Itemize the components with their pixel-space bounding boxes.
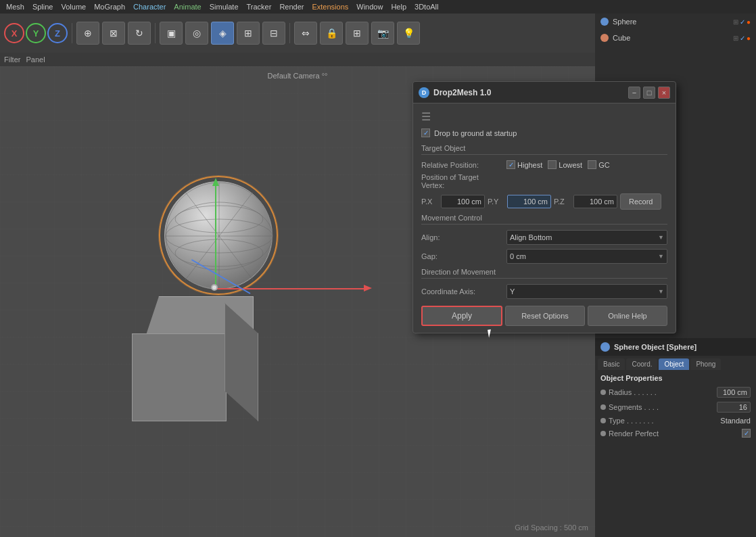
coord-axis-dropdown[interactable]: Y ▼ [506,284,667,299]
obj-mode-btn[interactable]: ▣ [160,22,183,45]
tab-basic[interactable]: Basic [598,358,625,370]
camera-btn[interactable]: 📷 [371,22,394,45]
dialog-title: Drop2Mesh 1.0 [433,88,625,97]
props-tabs: Basic Coord. Object Phong [595,356,756,370]
menu-window[interactable]: Window [353,3,386,11]
menu-3dtoall[interactable]: 3DtoAll [411,3,442,11]
px-input[interactable] [441,195,485,208]
grid-spacing-label: Grid Spacing : 500 cm [515,523,588,532]
menu-character[interactable]: Character [130,3,169,11]
axis-y-btn[interactable]: Y [26,23,46,43]
reset-button[interactable]: Reset Options [505,306,585,326]
move-tool-btn[interactable]: ⊕ [76,22,99,45]
props-obj-dot [600,342,610,352]
panel-label[interactable]: Panel [26,55,45,64]
align-dropdown[interactable]: Align Bottom ▼ [506,230,667,245]
menu-render[interactable]: Render [276,3,307,11]
sphere-icons: ⊞ ✓ ● [733,18,751,26]
cube-icons: ⊞ ✓ ● [733,34,751,42]
menu-spline[interactable]: Spline [29,3,57,11]
align-label: Align: [421,233,502,241]
axis-z-btn[interactable]: Z [47,23,68,43]
tab-coord[interactable]: Coord. [626,358,657,370]
segments-dot [600,404,606,410]
mesh-mode-btn[interactable]: ⊟ [262,22,285,45]
poly-mode-btn[interactable]: ◈ [211,22,234,45]
loop-mode-btn[interactable]: ⊞ [237,22,260,45]
menu-volume[interactable]: Volume [57,3,89,11]
sep1 [72,23,72,43]
dialog-minimize-btn[interactable]: − [628,87,640,99]
sphere-mesh [164,181,273,289]
sphere-name: Sphere [613,18,729,26]
filter-label[interactable]: Filter [4,55,20,64]
drop-to-ground-row: Drop to ground at startup [421,129,667,137]
grid-btn[interactable]: ⊞ [346,22,369,45]
highest-option: Highest [506,160,542,169]
sep2 [155,23,156,43]
tab-phong[interactable]: Phong [690,358,721,370]
gc-checkbox[interactable] [588,160,596,169]
action-buttons: Apply Reset Options Online Help [421,306,667,326]
gap-value: 0 cm [510,252,526,260]
menu-mograph[interactable]: MoGraph [91,3,128,11]
dialog-close-btn[interactable]: × [658,87,670,99]
menu-tracker[interactable]: Tracker [243,3,275,11]
menu-simulate[interactable]: Simulate [206,3,242,11]
lowest-checkbox[interactable] [548,160,557,169]
help-button[interactable]: Online Help [588,306,667,326]
menu-animate[interactable]: Animate [170,3,204,11]
gc-label: GC [598,161,610,169]
align-row: Align: Align Bottom ▼ [421,230,667,245]
scale-tool-btn[interactable]: ⊠ [102,22,125,45]
cube-object[interactable] [125,296,274,431]
x-axis-line [216,288,365,289]
segments-label: Segments . . . . [609,403,714,411]
relative-position-row: Relative Position: Highest Lowest GC [421,160,667,169]
edge-mode-btn[interactable]: ◎ [185,22,208,45]
snap-btn[interactable]: 🔒 [320,22,343,45]
highest-checkbox[interactable] [506,160,515,169]
target-object-section: Target Object [421,144,667,155]
gap-label: Gap: [421,252,502,260]
coord-axis-value: Y [510,287,515,296]
axis-x-btn[interactable]: X [4,23,24,43]
gc-option: GC [588,160,610,169]
scene-object-cube[interactable]: Cube ⊞ ✓ ● [595,30,756,46]
scene-object-sphere[interactable]: Sphere ⊞ ✓ ● [595,14,756,30]
position-label: Position of Target Vertex: [421,173,502,189]
tab-object[interactable]: Object [659,358,689,370]
menu-extensions[interactable]: Extensions [308,3,352,11]
segments-value[interactable]: 16 [717,402,751,413]
cube-icon-1: ⊞ [733,34,738,42]
props-section-title: Object Properties [595,370,756,385]
dialog-titlebar: D Drop2Mesh 1.0 − □ × [413,82,676,103]
sphere-dot [600,18,609,26]
sphere-object[interactable] [164,181,273,289]
dialog-menu-icon[interactable]: ☰ [421,110,431,123]
direction-section: Direction of Movement [421,268,667,279]
gap-dropdown[interactable]: 0 cm ▼ [506,249,667,264]
pz-input[interactable] [573,195,617,208]
sep3 [289,23,290,43]
py-input[interactable] [507,195,551,208]
drop-to-ground-checkbox[interactable] [421,129,430,137]
light-btn[interactable]: 💡 [397,22,420,45]
record-button[interactable]: Record [620,193,661,210]
drop-to-ground-label: Drop to ground at startup [434,129,517,137]
position-label-row: Position of Target Vertex: [421,173,667,189]
cube-icon-3: ● [747,34,751,42]
sphere-icon-3: ● [747,18,751,26]
perspective-btn[interactable]: ⇔ [294,22,317,45]
sphere-icon-1: ⊞ [733,18,738,26]
move-handle[interactable] [211,284,218,291]
type-value: Standard [720,417,751,425]
dialog-maximize-btn[interactable]: □ [643,87,655,99]
menu-help[interactable]: Help [387,3,410,11]
rotate-tool-btn[interactable]: ↻ [128,22,151,45]
render-perfect-checkbox[interactable] [742,429,751,438]
apply-button[interactable]: Apply [421,306,502,326]
menu-mesh[interactable]: Mesh [3,3,28,11]
radius-value[interactable]: 100 cm [717,387,751,398]
dialog-menu-bar: ☰ [421,110,667,123]
